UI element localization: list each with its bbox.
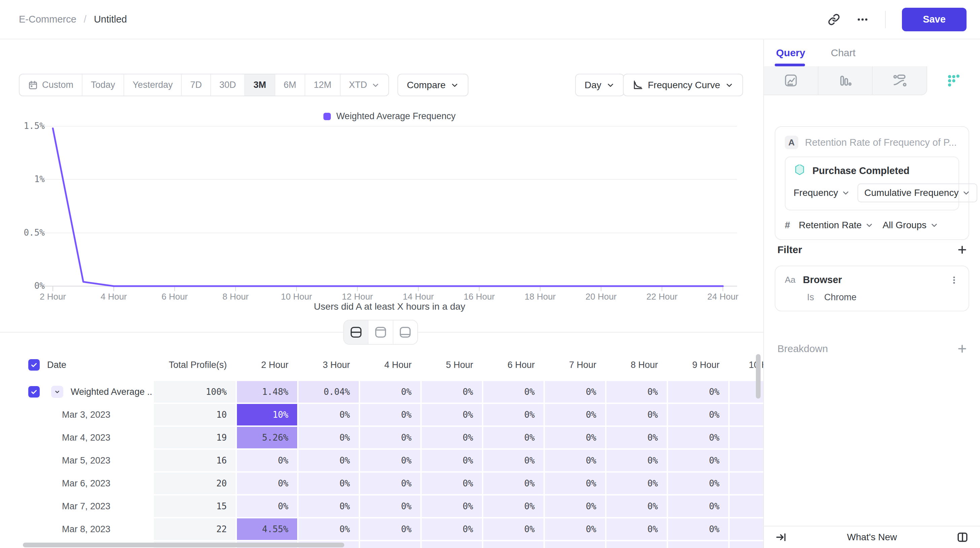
add-filter-button[interactable]: [956, 244, 968, 255]
x-tick-mark: [540, 287, 541, 291]
table-cell-value: 0%: [668, 450, 730, 473]
table-cell-value: [422, 541, 483, 548]
table-cell-value: 0%: [237, 450, 299, 473]
chart-type-retention-button[interactable]: [927, 66, 980, 95]
chevron-down-icon: [450, 81, 459, 89]
chart-legend[interactable]: Weighted Average Frequency: [42, 111, 737, 121]
x-tick-mark: [722, 287, 723, 291]
gridline: [42, 126, 737, 127]
x-tick-label: 8 Hour: [205, 292, 266, 302]
table-cell-value: 1.48%: [237, 381, 299, 404]
checkbox[interactable]: [28, 386, 40, 398]
table-row-label: Mar 3, 2023: [19, 404, 154, 427]
table-cell-total: 100%: [154, 381, 237, 404]
event-card[interactable]: Purchase Completed Frequency Cumulative …: [785, 156, 959, 210]
table-cell-value: 0%: [606, 518, 668, 541]
filter-operator[interactable]: Is: [807, 292, 814, 303]
whats-new-link[interactable]: What's New: [764, 532, 980, 543]
x-tick-mark: [235, 287, 236, 291]
measure-value-dropdown[interactable]: Cumulative Frequency: [858, 183, 977, 202]
table-cell-value: 0%: [237, 495, 299, 518]
x-tick-label: 2 Hour: [22, 292, 83, 302]
tab-query[interactable]: Query: [776, 39, 805, 66]
layout-chart-only-button[interactable]: [369, 320, 393, 344]
range-yesterday[interactable]: Yesterday: [124, 74, 182, 96]
table-cell-value: 0%: [422, 404, 483, 427]
collapse-right-icon: [775, 532, 787, 543]
series-title[interactable]: Retention Rate of Frequency of P...: [805, 137, 957, 148]
metric-symbol: #: [785, 220, 790, 231]
table-cell-value: 0%: [360, 473, 422, 495]
measure-dropdown[interactable]: Frequency: [794, 188, 850, 198]
copy-link-button[interactable]: [828, 13, 840, 25]
columns-icon: [956, 531, 969, 543]
filter-card[interactable]: Aa Browser Is Chrome: [775, 266, 969, 311]
add-breakdown-button[interactable]: [956, 343, 968, 354]
layout-table-only-button[interactable]: [393, 320, 417, 344]
side-panel-toggle-button[interactable]: [956, 531, 969, 543]
table-cell-value: 0%: [299, 450, 360, 473]
granularity-button[interactable]: Day: [575, 74, 624, 96]
range-custom[interactable]: Custom: [19, 74, 83, 96]
range-6m[interactable]: 6M: [275, 74, 305, 96]
table-cell-value: 0%: [483, 381, 545, 404]
breadcrumb-separator: /: [84, 14, 86, 25]
compare-button[interactable]: Compare: [398, 74, 468, 96]
filter-property-row: Aa Browser: [785, 274, 959, 285]
breadcrumb-project[interactable]: E-Commerce: [19, 14, 76, 25]
row-expander-chevron[interactable]: [51, 386, 63, 398]
layout-bottom-icon: [398, 325, 412, 339]
table-cell-value: [668, 541, 730, 548]
metric-dropdown[interactable]: Retention Rate: [799, 220, 874, 231]
x-tick-label: 12 Hour: [327, 292, 388, 302]
retention-dots-icon: [947, 73, 961, 88]
topbar-divider: [885, 11, 886, 28]
x-tick-label: 10 Hour: [266, 292, 327, 302]
table-cell-value: 0%: [545, 495, 606, 518]
range-xtd[interactable]: XTD: [340, 74, 388, 96]
table-header-6-hour: 6 Hour: [483, 350, 545, 381]
save-button[interactable]: Save: [902, 8, 967, 31]
groups-dropdown[interactable]: All Groups: [882, 220, 939, 231]
x-tick-label: 14 Hour: [388, 292, 449, 302]
layout-split-button[interactable]: [344, 320, 369, 344]
filter-value[interactable]: Chrome: [824, 292, 856, 303]
range-7d[interactable]: 7D: [182, 74, 211, 96]
x-tick-mark: [113, 287, 114, 291]
tab-chart[interactable]: Chart: [831, 39, 856, 66]
event-row: Purchase Completed: [794, 165, 950, 177]
table-cell-value: 0%: [360, 495, 422, 518]
horizontal-scrollbar[interactable]: [23, 543, 344, 547]
table-cell-value: 0%: [545, 381, 606, 404]
vertical-scrollbar[interactable]: [756, 354, 760, 398]
chart-type-flows-button[interactable]: [873, 66, 927, 95]
table-cell-total: 15: [154, 495, 237, 518]
topbar: E-Commerce / Untitled Save: [0, 0, 980, 39]
collapse-panel-button[interactable]: [775, 532, 787, 543]
range-30d[interactable]: 30D: [211, 74, 245, 96]
table-cell-value: 0%: [545, 450, 606, 473]
flows-icon: [892, 73, 907, 88]
range-today[interactable]: Today: [83, 74, 124, 96]
chart-view-button[interactable]: Frequency Curve: [623, 74, 743, 96]
plus-icon: [956, 244, 968, 255]
filter-property[interactable]: Browser: [803, 274, 942, 285]
range-12m[interactable]: 12M: [305, 74, 340, 96]
ellipsis-icon: [856, 13, 869, 26]
more-options-button[interactable]: [856, 13, 869, 26]
chevron-down-icon: [842, 188, 850, 197]
chart-type-selector: [764, 66, 980, 95]
table-cell-value: 0%: [360, 518, 422, 541]
table-cell-value: 0%: [545, 518, 606, 541]
checkbox[interactable]: [28, 359, 40, 371]
filter-menu-kebab[interactable]: [949, 275, 959, 285]
kebab-icon: [949, 275, 959, 285]
measure-row: Frequency Cumulative Frequency: [794, 183, 950, 202]
x-tick-label: 6 Hour: [145, 292, 205, 302]
range-3m[interactable]: 3M: [245, 74, 275, 96]
breadcrumb-page[interactable]: Untitled: [94, 14, 127, 25]
table-cell-value: [730, 450, 763, 473]
chart-type-bar-button[interactable]: [818, 66, 873, 95]
table-row-label: Weighted Average ...: [19, 381, 154, 404]
chart-type-insights-button[interactable]: [764, 66, 818, 95]
